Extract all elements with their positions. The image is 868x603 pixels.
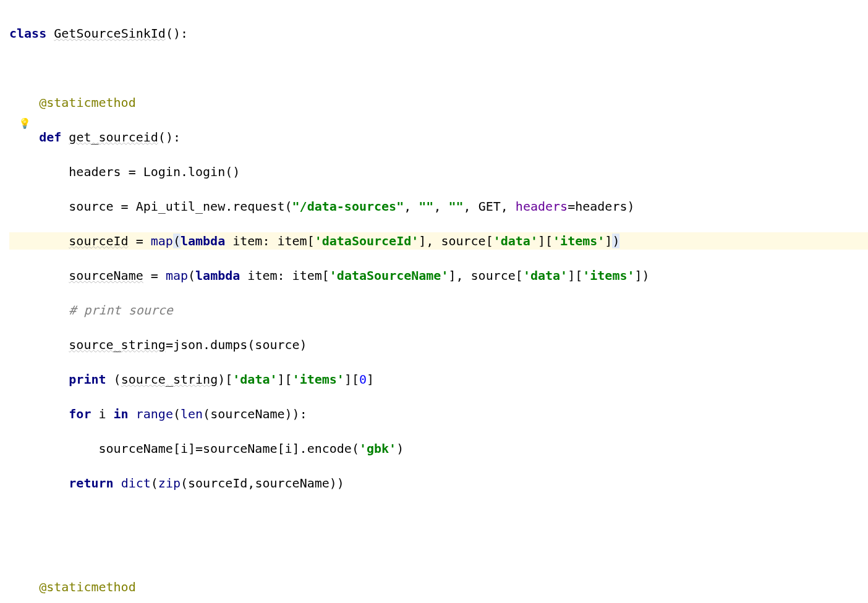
code-editor[interactable]: 💡 class GetSourceSinkId(): @staticmethod…	[0, 0, 868, 603]
code-line[interactable]: @staticmethod	[9, 94, 868, 111]
code-line[interactable]: class GetSourceSinkId():	[9, 25, 868, 42]
code-line[interactable]: # print source	[9, 302, 868, 319]
code-line[interactable]: @staticmethod	[9, 578, 868, 596]
code-line-highlighted[interactable]: sourceId = map(lambda item: item['dataSo…	[9, 232, 868, 250]
code-line[interactable]: def get_sourceid():	[9, 129, 868, 146]
code-line[interactable]	[9, 544, 868, 561]
code-line[interactable]: print (source_string)['data']['items'][0…	[9, 371, 868, 388]
code-line[interactable]	[9, 59, 868, 77]
code-line[interactable]	[9, 509, 868, 526]
code-line[interactable]: sourceName = map(lambda item: item['data…	[9, 267, 868, 284]
code-line[interactable]: sourceName[i]=sourceName[i].encode('gbk'…	[9, 440, 868, 457]
code-line[interactable]: for i in range(len(sourceName)):	[9, 405, 868, 423]
code-line[interactable]: headers = Login.login()	[9, 163, 868, 180]
code-line[interactable]: return dict(zip(sourceId,sourceName))	[9, 474, 868, 492]
code-line[interactable]: source_string=json.dumps(source)	[9, 336, 868, 353]
code-line[interactable]: source = Api_util_new.request("/data-sou…	[9, 198, 868, 215]
